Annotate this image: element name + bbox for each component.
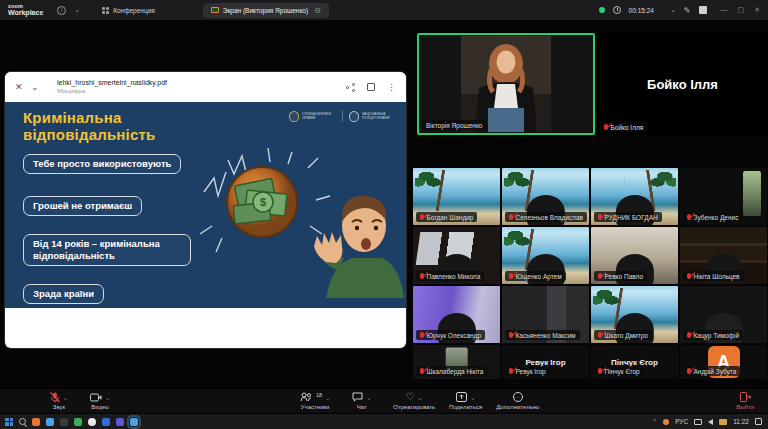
slide-logos: Служба безпеки України Національна поліц… bbox=[289, 110, 396, 122]
participant-tile[interactable]: Касьяненко Максим bbox=[502, 286, 589, 343]
notifications-icon[interactable] bbox=[755, 418, 762, 425]
open-in-window-icon[interactable] bbox=[367, 83, 375, 91]
sbu-logo: Служба безпеки України bbox=[289, 111, 336, 122]
muted-mic-icon bbox=[687, 214, 691, 220]
participant-tile[interactable]: РУДНИК БОГДАН bbox=[591, 168, 678, 225]
audio-options-chevron[interactable]: ⌄ bbox=[63, 394, 68, 401]
speaker-name: Вікторія Ярошенко bbox=[426, 122, 482, 129]
participant-tile[interactable]: Павленко Микола bbox=[413, 227, 500, 284]
taskbar-app-icon[interactable] bbox=[46, 418, 54, 426]
tab-close-icon[interactable]: ⊖ bbox=[314, 6, 321, 15]
home-grid-icon bbox=[102, 7, 109, 14]
zoom-workplace-logo: zoom Workplace bbox=[8, 4, 43, 17]
display-icon[interactable] bbox=[694, 419, 702, 425]
audio-button[interactable]: ⌄ Звук bbox=[50, 391, 68, 410]
taskbar-app-icon[interactable] bbox=[60, 418, 68, 426]
featured-participant-name: Бойко Ілля bbox=[647, 77, 718, 92]
tray-expand-icon[interactable]: ⌃ bbox=[652, 418, 657, 425]
annotate-icon[interactable]: ✎ bbox=[684, 6, 691, 15]
collapse-icon[interactable]: ⌄ bbox=[31, 82, 47, 92]
search-icon[interactable] bbox=[19, 418, 26, 425]
participant-tile[interactable]: Ревко Павло bbox=[591, 227, 678, 284]
timer-dropdown-icon[interactable]: ⌄ bbox=[670, 6, 676, 14]
more-options-icon[interactable]: ⋮ bbox=[387, 82, 396, 92]
slide-illustration: $ bbox=[176, 130, 406, 308]
participant-name: Касьяненко Максим bbox=[516, 332, 576, 339]
language-indicator[interactable]: РУС bbox=[675, 418, 688, 425]
participant-tile[interactable]: Шкато Дмитро bbox=[591, 286, 678, 343]
participants-count: 18 bbox=[316, 392, 322, 398]
leave-button[interactable]: Выйти bbox=[736, 391, 754, 410]
muted-mic-icon bbox=[509, 273, 513, 279]
sbu-logo-label: Служба безпеки України bbox=[302, 112, 336, 120]
taskbar-app-icon[interactable] bbox=[116, 418, 124, 426]
chat-button[interactable]: ⌄ Чат bbox=[352, 391, 371, 410]
more-button[interactable]: ··· Дополнительно bbox=[496, 391, 539, 410]
muted-mic-icon bbox=[509, 214, 513, 220]
active-speaker-tile[interactable]: Вікторія Ярошенко bbox=[417, 33, 595, 135]
participant-tile[interactable]: Пінчук Єгор Пінчук Єгор bbox=[591, 345, 678, 379]
muted-mic-icon bbox=[420, 273, 424, 279]
muted-mic-icon bbox=[598, 214, 602, 220]
participants-chevron[interactable]: ⌄ bbox=[325, 394, 330, 401]
windows-taskbar: ⌃ РУС 11:22 bbox=[0, 413, 768, 429]
start-button[interactable] bbox=[5, 418, 13, 426]
slide-bullet-1: Тебе просто використовують bbox=[23, 154, 181, 174]
window-maximize-button[interactable]: ▢ bbox=[738, 6, 745, 14]
video-button[interactable]: ⌄ Видео bbox=[90, 391, 110, 410]
taskbar-app-icon[interactable] bbox=[32, 418, 40, 426]
share-screen-button[interactable]: ⌄ Поделиться bbox=[449, 391, 482, 410]
tab-conference-label: Конференция bbox=[113, 7, 155, 14]
share-chevron[interactable]: ⌄ bbox=[470, 394, 475, 401]
volume-icon[interactable] bbox=[708, 419, 713, 425]
muted-mic-icon bbox=[509, 368, 513, 374]
taskbar-zoom-icon[interactable] bbox=[130, 418, 138, 426]
close-icon[interactable]: ✕ bbox=[15, 82, 31, 92]
participant-name: Пінчук Єгор bbox=[605, 368, 640, 375]
view-layout-icon[interactable] bbox=[699, 6, 707, 14]
chevron-down-icon[interactable]: ⌄ bbox=[74, 6, 80, 14]
police-emblem-icon bbox=[349, 111, 359, 122]
taskbar-app-icon[interactable] bbox=[102, 418, 110, 426]
taskbar-app-icon[interactable] bbox=[88, 418, 96, 426]
slide-bullet-4: Зрада країни bbox=[23, 284, 104, 304]
app-title-bar: zoom Workplace i ⌄ Конференция Экран (Ви… bbox=[0, 0, 768, 20]
participant-tile[interactable]: А Андрій Зубута bbox=[680, 345, 767, 379]
participant-name: Ревук Ігор bbox=[516, 368, 546, 375]
muted-mic-icon bbox=[420, 332, 424, 338]
folder-icon[interactable] bbox=[719, 419, 727, 425]
participant-tile[interactable]: Богдан Шандир bbox=[413, 168, 500, 225]
tray-app-icon[interactable] bbox=[663, 419, 669, 425]
video-options-chevron[interactable]: ⌄ bbox=[105, 394, 110, 401]
participant-name: Шкалаберда Нікіта bbox=[427, 368, 484, 375]
participants-button[interactable]: 18 ⌄ Участники bbox=[300, 391, 330, 410]
tab-conference[interactable]: Конференция bbox=[94, 3, 163, 18]
tab-shared-screen[interactable]: Экран (Виктория Ярошенко) ⊖ bbox=[203, 3, 329, 18]
taskbar-app-icon[interactable] bbox=[74, 418, 82, 426]
clock[interactable]: 11:22 bbox=[733, 418, 749, 425]
participant-tile[interactable]: Ющенко Артем bbox=[502, 227, 589, 284]
info-icon[interactable]: i bbox=[57, 6, 66, 15]
police-logo-label: Національна поліція України bbox=[362, 112, 396, 120]
participant-tile[interactable]: Ревук Ігор Ревук Ігор bbox=[502, 345, 589, 379]
react-button[interactable]: ♡ ⌄ Отреагировать bbox=[393, 391, 435, 410]
participant-tile[interactable]: Зубенко Денис bbox=[680, 168, 767, 225]
participant-tile[interactable]: Нікіта Шольцев bbox=[680, 227, 767, 284]
muted-mic-icon bbox=[604, 124, 608, 130]
window-close-button[interactable]: ✕ bbox=[754, 6, 760, 14]
participant-tile[interactable]: Кацур Тимофій bbox=[680, 286, 767, 343]
share-icon[interactable] bbox=[346, 83, 355, 92]
featured-participant-tile[interactable]: Бойко Ілля Бойко Ілля bbox=[597, 33, 768, 135]
chat-chevron[interactable]: ⌄ bbox=[366, 394, 371, 401]
react-chevron[interactable]: ⌄ bbox=[418, 394, 423, 401]
participant-tile[interactable]: Селезньов Владислав bbox=[502, 168, 589, 225]
participant-name: Ющенко Артем bbox=[516, 273, 562, 280]
participant-tile[interactable]: Юрчук Олександр bbox=[413, 286, 500, 343]
window-minimize-button[interactable]: — bbox=[721, 6, 728, 14]
meeting-timer[interactable]: 00:15:24 bbox=[629, 7, 654, 14]
slide-bullet-2: Грошей не отримаєш bbox=[23, 196, 142, 216]
tab-shared-screen-label: Экран (Виктория Ярошенко) bbox=[223, 7, 308, 14]
participant-tile[interactable]: Шкалаберда Нікіта bbox=[413, 345, 500, 379]
muted-mic-icon bbox=[420, 368, 424, 374]
muted-mic-icon bbox=[687, 332, 691, 338]
